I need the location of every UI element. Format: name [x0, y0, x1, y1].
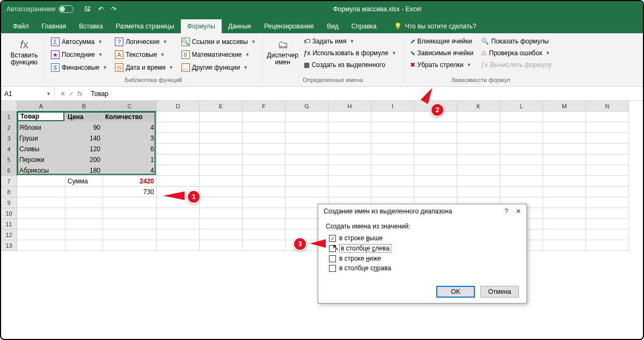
cell[interactable]: [200, 154, 243, 165]
cancel-button[interactable]: Отмена: [480, 286, 519, 298]
cell[interactable]: [414, 187, 457, 197]
cell[interactable]: Груши: [17, 133, 65, 144]
column-header[interactable]: E: [200, 101, 243, 112]
column-header[interactable]: M: [543, 101, 586, 112]
cell[interactable]: [103, 219, 157, 230]
cell[interactable]: [457, 165, 500, 176]
cell[interactable]: [157, 219, 200, 230]
name-box[interactable]: A1 ▼: [1, 87, 55, 100]
cell[interactable]: [371, 154, 414, 165]
cell[interactable]: [543, 133, 586, 144]
use-in-formula-button[interactable]: ƒxИспользовать в формуле▼: [302, 48, 399, 58]
cell[interactable]: [17, 176, 65, 187]
cell[interactable]: [17, 240, 65, 251]
cell[interactable]: 6: [103, 144, 157, 154]
autosave-toggle[interactable]: Автосохранение: [6, 5, 74, 13]
cell[interactable]: [157, 176, 200, 187]
column-header[interactable]: K: [457, 101, 500, 112]
cell[interactable]: [500, 165, 543, 176]
cell[interactable]: [586, 230, 629, 240]
cell[interactable]: 90: [65, 122, 103, 133]
cell[interactable]: 120: [65, 144, 103, 154]
name-manager-button[interactable]: 🗂 Диспетчер имен: [267, 36, 298, 68]
cell[interactable]: 140: [65, 133, 103, 144]
define-name-button[interactable]: 🏷Задать имя▼: [302, 36, 399, 46]
cell[interactable]: [328, 187, 371, 197]
opt-left-row[interactable]: в столбце слева: [326, 243, 519, 254]
cell[interactable]: [286, 144, 328, 154]
cell[interactable]: [286, 122, 328, 133]
tab-review[interactable]: Рецензирование: [258, 19, 320, 33]
cell[interactable]: [65, 208, 103, 219]
cell[interactable]: [243, 154, 286, 165]
column-header[interactable]: H: [328, 101, 371, 112]
formula-bar[interactable]: Товар: [87, 90, 643, 98]
cell[interactable]: [500, 144, 543, 154]
enter-icon[interactable]: ✓: [69, 90, 74, 98]
evaluate-formula-button[interactable]: ƒxВычислить формулу: [479, 60, 553, 70]
cell[interactable]: [500, 187, 543, 197]
cell[interactable]: [157, 122, 200, 133]
cell[interactable]: [17, 187, 65, 197]
error-check-button[interactable]: ⚠Проверка ошибок▼: [479, 48, 553, 58]
cell[interactable]: [157, 240, 200, 251]
cell[interactable]: 2420: [103, 176, 157, 187]
column-header[interactable]: G: [286, 101, 328, 112]
cell[interactable]: Персики: [17, 154, 65, 165]
cell[interactable]: [286, 133, 328, 144]
cell[interactable]: [328, 122, 371, 133]
row-header[interactable]: 7: [1, 176, 17, 187]
cell[interactable]: [200, 122, 243, 133]
ok-button[interactable]: OK: [436, 286, 475, 298]
cell[interactable]: [200, 208, 243, 219]
cell[interactable]: [457, 176, 500, 187]
cell[interactable]: [543, 187, 586, 197]
cell[interactable]: [457, 154, 500, 165]
cell[interactable]: 1: [103, 154, 157, 165]
cell[interactable]: [103, 240, 157, 251]
logical-button[interactable]: ?Логические▼: [113, 36, 175, 47]
cell[interactable]: [543, 154, 586, 165]
cell[interactable]: [200, 240, 243, 251]
remove-arrows-button[interactable]: ✖Убрать стрелки▼: [408, 60, 476, 70]
cell[interactable]: [286, 112, 328, 122]
cell[interactable]: [500, 176, 543, 187]
create-from-selection-button[interactable]: ▦Создать из выделенного: [302, 60, 399, 70]
autosum-button[interactable]: ΣАвтосумма▼: [49, 36, 109, 47]
cell[interactable]: Яблоки: [17, 122, 65, 133]
trace-precedents-button[interactable]: ⬈Влияющие ячейки: [408, 36, 476, 46]
cell[interactable]: [17, 230, 65, 240]
cell[interactable]: [414, 144, 457, 154]
undo-icon[interactable]: ↶: [98, 5, 104, 13]
cell[interactable]: [17, 197, 65, 208]
cell[interactable]: [457, 133, 500, 144]
cell[interactable]: [328, 165, 371, 176]
cell[interactable]: [457, 144, 500, 154]
cell[interactable]: [586, 219, 629, 230]
cell[interactable]: [414, 154, 457, 165]
row-header[interactable]: 12: [1, 230, 17, 240]
cell[interactable]: [586, 133, 629, 144]
cell[interactable]: [157, 165, 200, 176]
column-header[interactable]: B: [65, 101, 103, 112]
trace-dependents-button[interactable]: ⬊Зависимые ячейки: [408, 48, 476, 58]
cell[interactable]: [328, 112, 371, 122]
cell[interactable]: [543, 208, 586, 219]
fx-icon[interactable]: fx: [77, 90, 82, 98]
cell[interactable]: [243, 165, 286, 176]
cell[interactable]: [328, 176, 371, 187]
cell[interactable]: 4: [103, 165, 157, 176]
cell[interactable]: [500, 122, 543, 133]
cell[interactable]: [543, 197, 586, 208]
opt-top-row[interactable]: ✓ в строке выше: [326, 233, 519, 243]
cell[interactable]: Сумма: [65, 176, 103, 187]
cell[interactable]: [103, 230, 157, 240]
cell[interactable]: [586, 197, 629, 208]
cell[interactable]: [200, 133, 243, 144]
row-header[interactable]: 10: [1, 208, 17, 219]
recent-button[interactable]: ★Последние▼: [49, 49, 109, 60]
cell[interactable]: [371, 144, 414, 154]
help-icon[interactable]: ?: [504, 208, 508, 215]
cell[interactable]: [543, 230, 586, 240]
date-button[interactable]: ◷Дата и время▼: [113, 62, 175, 73]
